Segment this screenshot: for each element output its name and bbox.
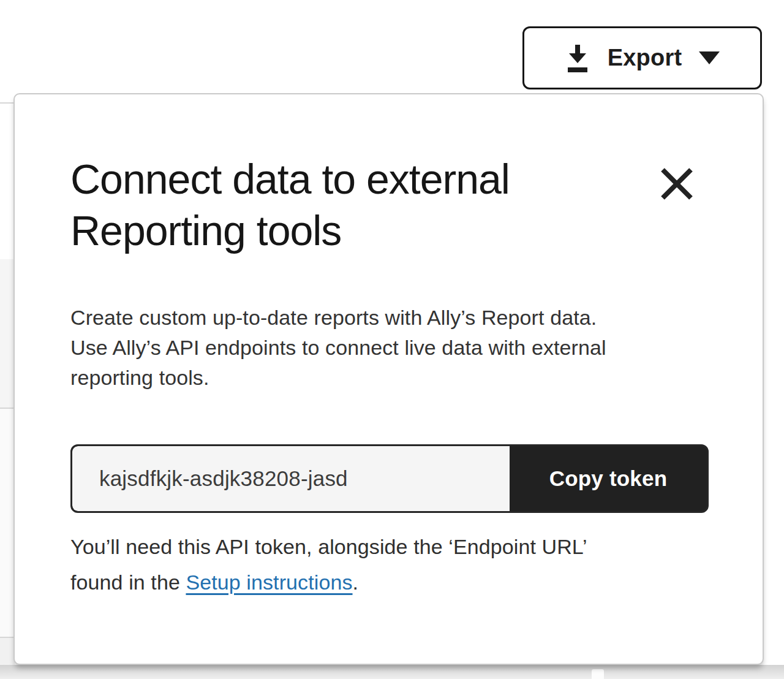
close-icon bbox=[658, 165, 696, 203]
export-button[interactable]: Export bbox=[522, 26, 762, 89]
export-button-label: Export bbox=[608, 45, 682, 71]
api-token-group: kajsdfkjk-asdjk38208-jasd Copy token bbox=[70, 444, 709, 513]
caption-text: found in the bbox=[70, 571, 186, 594]
copy-token-button[interactable]: Copy token bbox=[510, 446, 707, 511]
dialog-title-line: Reporting tools bbox=[70, 205, 597, 256]
dialog-title-line: Connect data to external bbox=[70, 153, 597, 205]
dialog-caption: You’ll need this API token, alongside th… bbox=[70, 529, 720, 600]
dialog-caption-line: found in the Setup instructions. bbox=[70, 564, 720, 600]
background-panel-gap bbox=[592, 669, 604, 679]
caption-text: . bbox=[353, 571, 359, 594]
dialog-description-line: Create custom up-to-date reports with Al… bbox=[70, 303, 720, 333]
connect-data-dialog: Connect data to external Reporting tools… bbox=[13, 93, 764, 665]
setup-instructions-link[interactable]: Setup instructions bbox=[186, 571, 352, 594]
dialog-caption-line: You’ll need this API token, alongside th… bbox=[70, 529, 720, 564]
close-button[interactable] bbox=[654, 161, 700, 207]
background-panel-band bbox=[0, 409, 15, 637]
api-token-field[interactable]: kajsdfkjk-asdjk38208-jasd bbox=[72, 446, 510, 511]
caret-down-icon bbox=[698, 50, 721, 66]
background-divider-line bbox=[0, 102, 15, 104]
dialog-description-line: reporting tools. bbox=[70, 363, 720, 393]
dialog-description: Create custom up-to-date reports with Al… bbox=[70, 303, 720, 393]
download-icon bbox=[564, 42, 592, 75]
dialog-title: Connect data to external Reporting tools bbox=[70, 153, 597, 256]
background-page-bottom bbox=[0, 665, 784, 679]
background-panel-band bbox=[0, 259, 15, 408]
caption-text: You’ll need this API token, alongside th… bbox=[70, 535, 587, 558]
dialog-description-line: Use Ally’s API endpoints to connect live… bbox=[70, 333, 720, 363]
